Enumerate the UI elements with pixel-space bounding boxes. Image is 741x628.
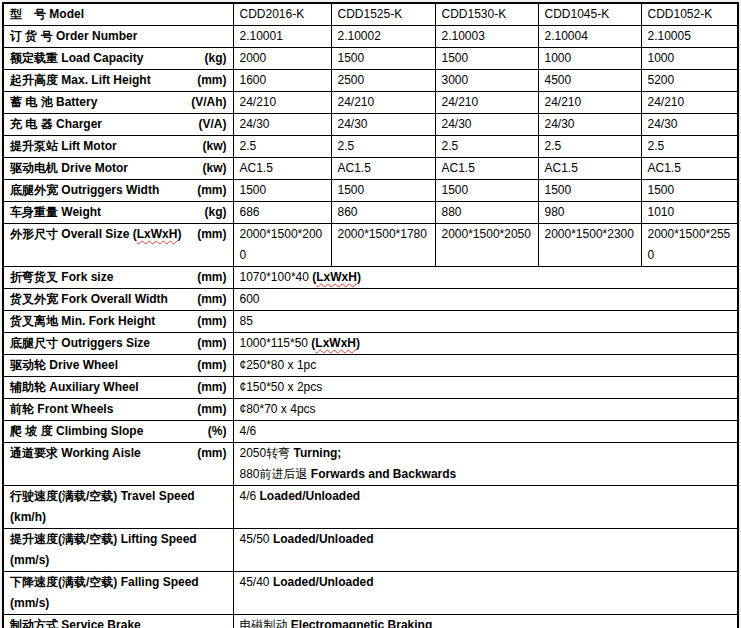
value-cell-drive-motor: AC1.5	[538, 158, 641, 180]
row-unit: (mm/s)	[10, 553, 49, 567]
value-cell-overall-size: 2000*1500*2000	[233, 224, 331, 267]
text-segment: 4/6	[240, 489, 260, 503]
value-cell-overall-size: 2000*1500*2300	[538, 224, 641, 267]
specification-table-body: 型 号 ModelCDD2016-KCDD1525-KCDD1530-KCDD1…	[3, 3, 738, 628]
row-label-text: 型 号 Model	[10, 4, 84, 25]
text-segment: 1000*115*50	[240, 336, 312, 350]
value-cell-max-lift-height: 2500	[331, 70, 435, 92]
value-cell-model: CDD1525-K	[331, 3, 435, 26]
row-label-wrap: 外形尺寸 Overall Size (LxWxH)(mm)	[10, 224, 231, 245]
text-segment: 辅助轮 Auxiliary Wheel	[10, 380, 139, 394]
text-segment: )	[177, 227, 181, 241]
row-label-wrap: 底腿外宽 Outriggers Width(mm)	[10, 180, 231, 201]
value-cell-order-number: 2.10002	[331, 26, 435, 48]
row-label-outriggers-size: 底腿尺寸 Outriggers Size(mm)	[3, 333, 233, 355]
row-label-text: 货叉外宽 Fork Overall Width	[10, 289, 168, 310]
value-cell-max-lift-height: 1600	[233, 70, 331, 92]
row-label-wrap: 驱动轮 Drive Wheel(mm)	[10, 355, 231, 376]
row-label-wrap: 货叉外宽 Fork Overall Width(mm)	[10, 289, 231, 310]
table-row-working-aisle: 通道要求 Working Aisle(mm)2050转弯 Turning;880…	[3, 443, 738, 486]
value-cell-order-number: 2.10001	[233, 26, 331, 48]
row-label-wrap: 型 号 Model	[10, 4, 231, 25]
text-segment: 货叉离地 Min. Fork Height	[10, 314, 155, 328]
row-unit: (mm)	[197, 289, 230, 310]
value-cell-model: CDD1045-K	[538, 3, 641, 26]
row-label-text: 订 货 号 Order Number	[10, 26, 137, 47]
value-cell-load-capacity: 1000	[641, 48, 738, 70]
row-label-text: 辅助轮 Auxiliary Wheel	[10, 377, 139, 398]
row-label-climbing-slope: 爬 坡 度 Climbing Slope(%)	[3, 421, 233, 443]
value-cell-order-number: 2.10005	[641, 26, 738, 48]
spellcheck-squiggle-text: LxWxH	[316, 270, 357, 284]
text-segment: Loaded/Unloaded	[273, 532, 374, 546]
text-segment: 货叉外宽 Fork Overall Width	[10, 292, 168, 306]
value-cell-drive-motor: AC1.5	[233, 158, 331, 180]
table-row-auxiliary-wheel: 辅助轮 Auxiliary Wheel(mm)¢150*50 x 2pcs	[3, 377, 738, 399]
table-row-service-brake: 制动方式 Service Brake电磁制动 Electromagnetic B…	[3, 615, 738, 628]
row-label-text: 起升高度 Max. Lift Height	[10, 70, 151, 91]
value-cell-weight: 860	[331, 202, 435, 224]
value-cell-climbing-slope: 4/6	[233, 421, 738, 443]
value-cell-service-brake: 电磁制动 Electromagnetic Braking	[233, 615, 738, 628]
row-label-wrap: 底腿尺寸 Outriggers Size(mm)	[10, 333, 231, 354]
text-segment: Loaded/Unloaded	[273, 575, 374, 589]
row-label-overall-size: 外形尺寸 Overall Size (LxWxH)(mm)	[3, 224, 233, 267]
table-row-climbing-slope: 爬 坡 度 Climbing Slope(%)4/6	[3, 421, 738, 443]
row-label-wrap: 起升高度 Max. Lift Height(mm)	[10, 70, 231, 91]
row-label-max-lift-height: 起升高度 Max. Lift Height(mm)	[3, 70, 233, 92]
row-label-weight: 车身重量 Weight(kg)	[3, 202, 233, 224]
row-label-front-wheels: 前轮 Front Wheels(mm)	[3, 399, 233, 421]
value-cell-auxiliary-wheel: ¢150*50 x 2pcs	[233, 377, 738, 399]
value-cell-min-fork-height: 85	[233, 311, 738, 333]
table-row-battery: 蓄 电 池 Battery(V/Ah)24/21024/21024/21024/…	[3, 92, 738, 114]
row-label-text: 制动方式 Service Brake	[10, 615, 141, 628]
value-cell-model: CDD1052-K	[641, 3, 738, 26]
row-label-text: 驱动轮 Drive Wheel	[10, 355, 118, 376]
value-cell-model: CDD2016-K	[233, 3, 331, 26]
row-unit: (mm)	[197, 224, 230, 245]
row-label-travel-speed: 行驶速度(满载/空载) Travel Speed(km/h)	[3, 486, 233, 529]
value-cell-drive-motor: AC1.5	[641, 158, 738, 180]
row-label-lift-motor: 提升泵站 Lift Motor(kw)	[3, 136, 233, 158]
document-page: 型 号 ModelCDD2016-KCDD1525-KCDD1530-KCDD1…	[0, 0, 741, 628]
row-unit: (mm)	[197, 180, 230, 201]
row-label-wrap: 驱动电机 Drive Motor(kw)	[10, 158, 231, 179]
value-cell-max-lift-height: 4500	[538, 70, 641, 92]
value-cell-outriggers-size: 1000*115*50 (LxWxH)	[233, 333, 738, 355]
text-segment: 折弯货叉 Fork size	[10, 270, 113, 284]
row-label-drive-wheel: 驱动轮 Drive Wheel(mm)	[3, 355, 233, 377]
value-cell-travel-speed: 4/6 Loaded/Unloaded	[233, 486, 738, 529]
text-segment: 45/50	[240, 532, 273, 546]
row-label-wrap: 下降速度(满载/空载) Falling Speed(mm/s)	[10, 572, 231, 614]
text-segment: 底腿尺寸 Outriggers Size	[10, 336, 150, 350]
text-segment: )	[356, 336, 360, 350]
text-segment: 型 号 Model	[10, 7, 84, 21]
row-unit: (kg)	[205, 48, 231, 69]
text-segment: 通道要求 Working Aisle	[10, 446, 141, 460]
value-cell-max-lift-height: 5200	[641, 70, 738, 92]
value-cell-outriggers-width: 1500	[331, 180, 435, 202]
value-cell-drive-wheel: ¢250*80 x 1pc	[233, 355, 738, 377]
row-label-text: 充 电 器 Charger	[10, 114, 102, 135]
value-cell-weight: 686	[233, 202, 331, 224]
value-cell-max-lift-height: 3000	[435, 70, 538, 92]
table-row-min-fork-height: 货叉离地 Min. Fork Height(mm)85	[3, 311, 738, 333]
row-unit: (V/A)	[199, 114, 231, 135]
text-segment: 前轮 Front Wheels	[10, 402, 113, 416]
row-unit: (mm)	[197, 267, 230, 288]
text-segment: 85	[240, 314, 253, 328]
row-label-wrap: 辅助轮 Auxiliary Wheel(mm)	[10, 377, 231, 398]
row-unit: (mm/s)	[10, 596, 49, 610]
value-cell-overall-size: 2000*1500*2050	[435, 224, 538, 267]
value-cell-weight: 980	[538, 202, 641, 224]
row-label-text: 外形尺寸 Overall Size (LxWxH)	[10, 224, 181, 245]
value-cell-lift-motor: 2.5	[538, 136, 641, 158]
text-segment: ¢80*70 x 4pcs	[240, 402, 316, 416]
row-label-drive-motor: 驱动电机 Drive Motor(kw)	[3, 158, 233, 180]
table-row-model: 型 号 ModelCDD2016-KCDD1525-KCDD1530-KCDD1…	[3, 3, 738, 26]
row-unit: (mm)	[197, 333, 230, 354]
text-segment: 2050转弯	[240, 446, 294, 460]
value-cell-fork-overall-width: 600	[233, 289, 738, 311]
table-row-drive-wheel: 驱动轮 Drive Wheel(mm)¢250*80 x 1pc	[3, 355, 738, 377]
value-cell-charger: 24/30	[641, 114, 738, 136]
